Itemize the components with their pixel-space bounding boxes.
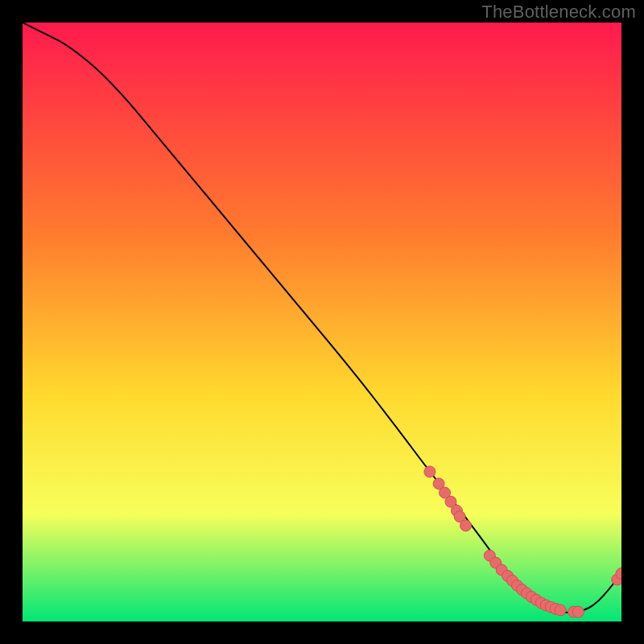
data-point (555, 605, 566, 616)
data-point (424, 466, 436, 477)
watermark-text: TheBottleneck.com (481, 2, 636, 23)
chart-frame: TheBottleneck.com (0, 0, 644, 644)
chart-svg (23, 23, 621, 621)
gradient-background (23, 23, 621, 621)
data-point (572, 606, 584, 617)
plot-area (23, 23, 621, 621)
data-point (460, 520, 472, 531)
